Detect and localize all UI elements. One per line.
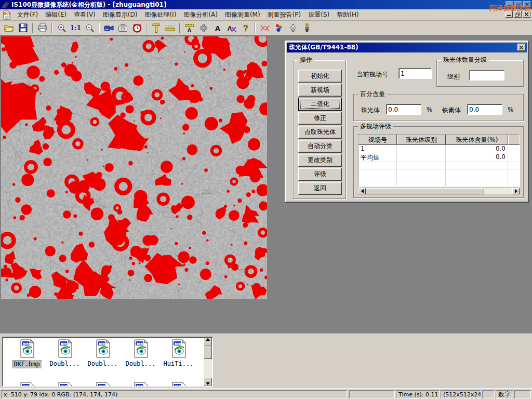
file-list-scrollbar[interactable] bbox=[204, 338, 212, 385]
svg-text:DOC: DOC bbox=[4, 12, 11, 15]
status-dimensions: (512x512x24) bbox=[441, 390, 481, 398]
correct-button[interactable]: 修正 bbox=[298, 112, 342, 125]
file-item[interactable]: BMP bbox=[84, 382, 122, 387]
menu-image-analysis[interactable]: 图像分析(A) bbox=[180, 9, 221, 20]
dialog-close-icon[interactable] bbox=[517, 44, 526, 51]
table-row-empty bbox=[358, 170, 520, 178]
file-item[interactable]: BMP Doubl... bbox=[84, 339, 122, 367]
horizontal-measure-button[interactable] bbox=[163, 22, 177, 34]
scroll-down-icon[interactable] bbox=[204, 378, 212, 385]
move-cross-icon bbox=[199, 23, 208, 33]
file-list[interactable]: BMP DKF.bmp BMP Doubl... bbox=[2, 337, 213, 387]
text-tool-button[interactable]: A bbox=[210, 22, 224, 34]
curve-icon bbox=[260, 23, 270, 33]
binarize-button[interactable]: 二值化 bbox=[298, 98, 342, 111]
text-a-icon: A bbox=[214, 23, 222, 33]
col-pearlite-grade[interactable]: 珠光体级别 bbox=[397, 135, 446, 145]
caliper-icon bbox=[152, 23, 161, 33]
table-row[interactable]: 1 0.0 bbox=[358, 145, 520, 153]
print-button[interactable] bbox=[35, 22, 49, 34]
current-field-label: 当前视场号 bbox=[357, 70, 388, 79]
ferrite-percent-input[interactable] bbox=[467, 104, 502, 115]
move-tool-button[interactable] bbox=[196, 22, 210, 34]
scroll-up-icon[interactable] bbox=[204, 338, 212, 345]
help-button[interactable]: ? bbox=[238, 22, 252, 34]
new-field-button[interactable]: 新视场 bbox=[298, 84, 342, 97]
zoom-out-button[interactable] bbox=[83, 22, 97, 34]
status-empty bbox=[349, 390, 395, 398]
file-item[interactable]: BMP bbox=[8, 382, 46, 387]
snapshot-button[interactable] bbox=[116, 22, 130, 34]
grading-legend: 珠光体数量分级 bbox=[441, 56, 489, 64]
col-ferrite[interactable]: 铁素体 bbox=[508, 135, 520, 145]
menu-image-processing[interactable]: 图像处理(I) bbox=[141, 9, 180, 20]
bmp-file-icon: BMP bbox=[170, 339, 187, 358]
brush-tool-button[interactable] bbox=[300, 22, 314, 34]
menu-image-measure[interactable]: 图像测量(M) bbox=[221, 9, 264, 20]
file-item[interactable]: BMP Doubl... bbox=[122, 339, 159, 367]
menu-file[interactable]: 文件(F) bbox=[14, 9, 42, 20]
grading-table[interactable]: 视场号 珠光体级别 珠光体含量(%) 铁素体 1 0.0 平均值 bbox=[358, 134, 520, 187]
pearlite-dialog: 珠光体(GB/T9441-88) 操作 初始化 新视场 二值化 修正 点取珠光体… bbox=[285, 41, 529, 203]
file-item[interactable]: BMP DKF.bmp bbox=[8, 339, 46, 368]
file-item[interactable]: BMP bbox=[46, 382, 84, 387]
calibration-button[interactable]: A bbox=[182, 22, 196, 34]
points-tool-button[interactable] bbox=[272, 22, 286, 34]
col-field-number[interactable]: 视场号 bbox=[358, 135, 397, 145]
file-item[interactable]: BMP HuiTi... bbox=[159, 339, 197, 367]
initialize-button[interactable]: 初始化 bbox=[298, 70, 342, 83]
grade-input[interactable] bbox=[469, 70, 504, 81]
open-button[interactable] bbox=[2, 22, 16, 34]
file-panel: BMP DKF.bmp BMP Doubl... bbox=[0, 334, 532, 388]
svg-text:A: A bbox=[187, 27, 191, 33]
pearlite-percent-input[interactable] bbox=[386, 104, 421, 115]
metallographic-binarized-image[interactable] bbox=[1, 36, 267, 299]
change-class-button[interactable]: 更改类别 bbox=[298, 154, 342, 167]
actual-size-button[interactable]: 1:1 bbox=[69, 22, 83, 34]
pearlite-label: 珠光体 bbox=[361, 106, 380, 115]
scrollbar-thumb[interactable] bbox=[204, 345, 212, 359]
zoom-in-icon bbox=[57, 23, 66, 33]
menu-image-display[interactable]: 图像显示(D) bbox=[99, 9, 141, 20]
file-item[interactable]: BMP bbox=[122, 382, 159, 387]
timer-button[interactable] bbox=[130, 22, 144, 34]
menu-view[interactable]: 查看(V) bbox=[70, 9, 99, 20]
save-button[interactable] bbox=[16, 22, 30, 34]
vertical-measure-button[interactable] bbox=[149, 22, 163, 34]
table-horizontal-scrollbar[interactable] bbox=[358, 188, 520, 195]
file-item[interactable]: BMP bbox=[159, 382, 197, 387]
document-icon[interactable]: DOC bbox=[2, 10, 11, 20]
file-item[interactable]: BMP Doubl... bbox=[46, 339, 84, 367]
delete-text-button[interactable]: A bbox=[224, 22, 238, 34]
scroll-right-icon[interactable] bbox=[512, 188, 520, 194]
svg-text:BMP: BMP bbox=[23, 342, 31, 345]
zoom-out-icon bbox=[85, 23, 95, 33]
toolbar-separator bbox=[255, 23, 256, 33]
cell-grade bbox=[397, 153, 446, 162]
menu-help[interactable]: 帮助(H) bbox=[333, 9, 362, 20]
cell-ferrite bbox=[508, 145, 520, 153]
video-camera-icon bbox=[104, 24, 114, 32]
menu-measure-report[interactable]: 测量报告(P) bbox=[264, 9, 305, 20]
bmp-file-icon: BMP bbox=[95, 382, 111, 387]
scrollbar-thumb[interactable] bbox=[366, 188, 484, 194]
grade-button[interactable]: 评级 bbox=[298, 168, 342, 181]
current-field-input[interactable] bbox=[398, 68, 432, 79]
cell-ferrite bbox=[508, 153, 520, 162]
svg-text:BMP: BMP bbox=[175, 384, 183, 387]
auto-classify-button[interactable]: 自动分类 bbox=[298, 140, 342, 153]
table-row[interactable]: 平均值 0.0 bbox=[358, 153, 520, 162]
pen-tool-button[interactable] bbox=[286, 22, 300, 34]
curve-tool-button[interactable] bbox=[258, 22, 272, 34]
video-capture-button[interactable] bbox=[102, 22, 116, 34]
zoom-in-button[interactable] bbox=[55, 22, 69, 34]
scroll-left-icon[interactable] bbox=[358, 188, 366, 194]
dialog-title-bar[interactable]: 珠光体(GB/T9441-88) bbox=[287, 43, 527, 52]
pen-nib-icon bbox=[289, 23, 297, 33]
col-pearlite-pct[interactable]: 珠光体含量(%) bbox=[446, 135, 508, 145]
ferrite-label: 铁素体 bbox=[442, 106, 461, 115]
return-button[interactable]: 返回 bbox=[298, 182, 342, 195]
menu-edit[interactable]: 编辑(E) bbox=[42, 9, 70, 20]
pick-pearlite-button[interactable]: 点取珠光体 bbox=[298, 126, 342, 139]
menu-settings[interactable]: 设置(S) bbox=[304, 9, 333, 20]
